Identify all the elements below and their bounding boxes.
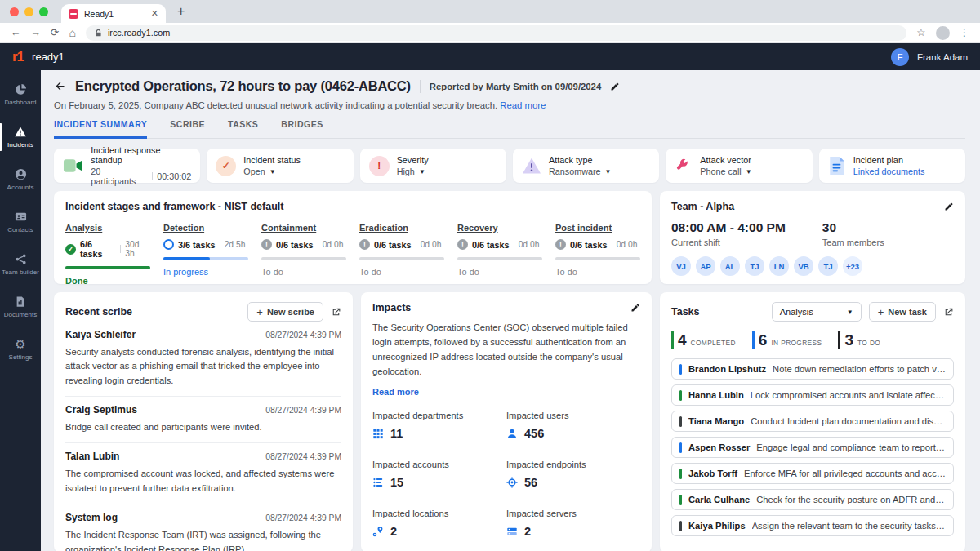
tasks-filter-select[interactable]: Analysis▼ [772, 302, 862, 322]
back-nav-icon[interactable]: ← [11, 28, 21, 38]
browser-menu-icon[interactable]: ⋮ [960, 28, 970, 38]
card-attack-vector[interactable]: Attack vector Phone call▼ [666, 149, 812, 183]
new-tab-button[interactable]: + [177, 4, 185, 19]
stage-status-text: To do [457, 267, 542, 277]
stage-time: 30d 3h [125, 240, 150, 258]
stages-panel: Incident stages and framework - NIST def… [54, 191, 652, 284]
tab-bridges[interactable]: BRIDGES [281, 119, 323, 138]
avatar[interactable]: VB [794, 256, 813, 276]
task-row[interactable]: Hanna Lubin Lock compromised accounts an… [671, 384, 954, 406]
avatar[interactable]: VJ [671, 256, 691, 276]
open-tasks-external-icon[interactable] [943, 307, 954, 318]
chevron-down-icon[interactable]: ▼ [605, 168, 612, 176]
description-read-more-link[interactable]: Read more [500, 100, 546, 110]
card-severity[interactable]: ! Severity High▼ [360, 149, 506, 183]
scribe-entry[interactable]: System log08/27/2024 4:39 PM The Inciden… [65, 504, 341, 551]
task-row[interactable]: Jakob Torff Enforce MFA for all privileg… [671, 463, 954, 484]
sidebar-item-team-builder[interactable]: Team builder [0, 243, 41, 286]
task-row[interactable]: Tiana Mango Conduct Incident plan docume… [671, 411, 954, 432]
home-icon[interactable]: ⌂ [69, 27, 75, 38]
sidebar-item-dashboard[interactable]: Dashboard [0, 73, 41, 116]
tab-scribe[interactable]: SCRIBE [170, 119, 205, 138]
stage-detection[interactable]: Detection 3/6 tasks2d 5h In progress [163, 223, 248, 284]
avatar[interactable]: TJ [745, 256, 764, 276]
stage-name[interactable]: Analysis [65, 223, 150, 233]
linked-documents-link[interactable]: Linked documents [853, 167, 925, 176]
edit-team-icon[interactable] [944, 202, 954, 211]
maximize-window-button[interactable] [39, 7, 48, 16]
window-controls[interactable] [10, 7, 48, 16]
sidebar-item-accounts[interactable]: Accounts [0, 158, 41, 201]
stage-name[interactable]: Detection [163, 223, 248, 233]
task-state-tick [679, 521, 682, 531]
stage-name[interactable]: Recovery [457, 223, 542, 233]
card-attack-type[interactable]: Attack type Ransomware▼ [513, 149, 659, 183]
stage-status-text: Done [65, 276, 150, 284]
bookmark-star-icon[interactable]: ☆ [916, 28, 925, 38]
edit-impacts-icon[interactable] [630, 303, 640, 313]
avatar-more-count[interactable]: +23 [843, 256, 862, 276]
stage-tasks: 0/6 tasks [472, 240, 510, 250]
scribe-entry[interactable]: Kaiya Schleifer08/27/2024 4:39 PM Securi… [65, 322, 341, 397]
task-assignee: Jakob Torff [688, 469, 737, 478]
chevron-down-icon[interactable]: ▼ [270, 168, 276, 176]
chevron-down-icon[interactable]: ▼ [746, 168, 752, 176]
task-row[interactable]: Brandon Lipshutz Note down remediation e… [671, 358, 954, 380]
chevron-down-icon[interactable]: ▼ [419, 168, 425, 176]
scribe-panel-title: Recent scribe [65, 306, 132, 318]
tab-incident-summary[interactable]: INCIDENT SUMMARY [54, 119, 147, 139]
scribe-timestamp: 08/27/2024 4:39 PM [265, 452, 341, 461]
task-row[interactable]: Carla Culhane Check for the security pos… [671, 489, 954, 510]
card-incident-status[interactable]: ✓ Incident status Open▼ [207, 149, 353, 183]
address-bar[interactable]: ircc.ready1.com [86, 25, 906, 41]
stage-name[interactable]: Post incident [555, 223, 640, 233]
metric-value: 2 [524, 525, 531, 538]
open-scribe-external-icon[interactable] [331, 307, 341, 318]
browser-tab[interactable]: Ready1 ✕ [61, 4, 166, 23]
sidebar-item-contacts[interactable]: Contacts [0, 201, 41, 243]
edit-incident-icon[interactable] [610, 82, 620, 91]
stage-analysis[interactable]: Analysis ✓6/6 tasks30d 3h Done [65, 223, 150, 284]
stage-status-icon: ! [359, 239, 370, 250]
scribe-timestamp: 08/27/2024 4:39 PM [265, 406, 341, 415]
metric-impacted-users: Impacted users 456 [506, 411, 640, 440]
impacts-read-more-link[interactable]: Read more [372, 387, 419, 397]
browser-profile-avatar[interactable] [936, 26, 950, 40]
scribe-text: The compromised account was locked, and … [65, 467, 341, 495]
tab-close-icon[interactable]: ✕ [151, 8, 158, 19]
avatar[interactable]: TJ [818, 256, 838, 276]
new-scribe-button[interactable]: +New scribe [247, 302, 323, 322]
scribe-entry[interactable]: Talan Lubin08/27/2024 4:39 PM The compro… [65, 443, 341, 504]
stage-name[interactable]: Containment [261, 223, 346, 233]
sidebar-item-incidents[interactable]: Incidents [0, 116, 41, 158]
task-row[interactable]: Aspen Rosser Engage legal and compliance… [671, 437, 954, 458]
stage-eradication[interactable]: Eradication !0/6 tasks0d 0h To do [359, 223, 444, 284]
plus-icon: + [256, 306, 263, 318]
task-state-tick [679, 364, 682, 375]
reload-icon[interactable]: ⟳ [51, 28, 59, 38]
minimize-window-button[interactable] [24, 7, 33, 16]
tab-tasks[interactable]: TASKS [228, 119, 258, 138]
stage-recovery[interactable]: Recovery !0/6 tasks0d 0h To do [457, 223, 542, 284]
user-avatar[interactable]: F [891, 48, 909, 66]
new-task-button[interactable]: +New task [869, 302, 936, 322]
sidebar-item-documents[interactable]: Documents [0, 286, 41, 328]
forward-nav-icon[interactable]: → [31, 28, 42, 38]
card-incident-plan[interactable]: Incident plan Linked documents [819, 149, 965, 183]
sidebar-item-settings[interactable]: ⚙ Settings [0, 328, 41, 371]
avatar[interactable]: AL [720, 256, 740, 276]
stage-containment[interactable]: Containment !0/6 tasks0d 0h To do [261, 223, 346, 284]
close-window-button[interactable] [10, 7, 19, 16]
back-arrow-icon[interactable] [54, 80, 66, 92]
scribe-entry[interactable]: Craig Septimus08/27/2024 4:39 PM Bridge … [65, 397, 341, 443]
current-shift-label: Current shift [671, 238, 786, 247]
card-title: Incident response standup [91, 145, 191, 165]
task-row[interactable]: Kaiya Philips Assign the relevant team t… [671, 515, 954, 536]
avatar[interactable]: LN [769, 256, 789, 276]
avatar[interactable]: AP [696, 256, 715, 276]
stage-post-incident[interactable]: Post incident !0/6 tasks0d 0h To do [555, 223, 640, 284]
stat-in-progress: 6 IN PROGRESS [752, 331, 822, 349]
stage-status-icon: ! [457, 239, 468, 250]
card-incident-response-standup[interactable]: Incident response standup 20 participant… [54, 149, 200, 183]
stage-name[interactable]: Eradication [359, 223, 444, 233]
